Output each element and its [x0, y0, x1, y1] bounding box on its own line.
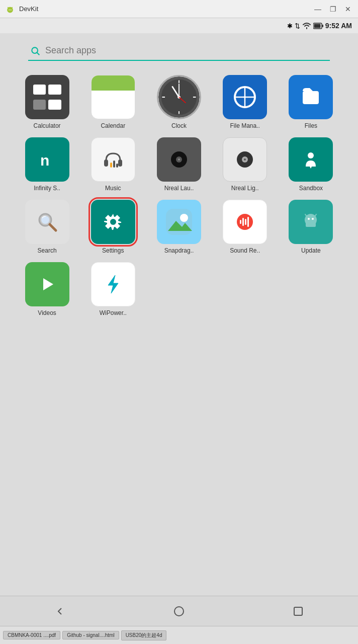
app-wipower[interactable]: WiPower.. — [82, 260, 144, 318]
nav-home-button[interactable] — [164, 601, 194, 621]
minimize-button[interactable]: — — [313, 5, 323, 13]
nav-recent-button[interactable] — [283, 601, 313, 621]
svg-point-4 — [9, 9, 10, 10]
svg-rect-49 — [242, 218, 244, 226]
app-infinity[interactable]: n Infinity S.. — [16, 135, 78, 194]
app-wipower-label: WiPower.. — [100, 309, 127, 316]
svg-line-57 — [315, 214, 316, 216]
svg-line-41 — [50, 224, 56, 230]
android-screen: Calculator Calendar — [0, 33, 358, 596]
app-update[interactable]: Update — [280, 198, 342, 256]
app-clock[interactable]: Clock — [148, 73, 210, 131]
nav-bar — [0, 596, 358, 626]
svg-point-5 — [11, 9, 12, 10]
taskbar-item-2[interactable]: USB20的主超4d — [121, 630, 167, 640]
app-files-label: Files — [305, 122, 317, 129]
app-sandbox-label: Sandbox — [299, 185, 323, 192]
search-bar-container[interactable] — [8, 33, 350, 61]
taskbar: CBMNKA-0001 ....pdf Github - signal....h… — [0, 626, 358, 644]
app-snapdragon-label: Snapdrag.. — [164, 247, 194, 254]
search-input[interactable] — [45, 45, 328, 56]
app-nreallauncher[interactable]: Nreal Lau.. — [148, 135, 210, 194]
app-music[interactable]: Music — [82, 135, 144, 194]
app-calendar-label: Calendar — [101, 122, 125, 129]
restore-button[interactable]: ❐ — [328, 5, 338, 13]
svg-point-55 — [312, 218, 314, 220]
app-music-label: Music — [105, 185, 121, 192]
status-icons: ✱ ⇅ 9:52 AM — [287, 22, 352, 30]
app-filemanager[interactable]: File Mana.. — [214, 73, 276, 131]
app-nreallauncher-label: Nreal Lau.. — [164, 185, 194, 192]
app-settings-label: Settings — [102, 247, 124, 254]
status-time: 9:52 AM — [325, 22, 352, 30]
svg-rect-48 — [240, 220, 241, 224]
app-files[interactable]: Files — [280, 73, 342, 131]
app-calendar[interactable]: Calendar — [82, 73, 144, 131]
svg-rect-53 — [306, 220, 316, 227]
signal-icon: ⇅ — [295, 22, 300, 30]
app-calculator[interactable]: Calculator — [16, 73, 78, 131]
taskbar-item-0[interactable]: CBMNKA-0001 ....pdf — [3, 631, 60, 639]
taskbar-item-1[interactable]: Github - signal....html — [62, 631, 119, 639]
search-bar[interactable] — [28, 41, 330, 61]
app-search-label: Search — [38, 247, 57, 254]
svg-point-34 — [178, 158, 180, 160]
svg-rect-30 — [113, 160, 115, 168]
svg-point-45 — [180, 214, 188, 222]
battery-icon — [313, 23, 323, 29]
search-icon — [30, 46, 40, 56]
title-bar: DevKit — ❐ ✕ — [0, 0, 358, 18]
svg-point-59 — [174, 607, 184, 616]
app-infinity-label: Infinity S.. — [34, 185, 60, 192]
app-videos[interactable]: Videos — [16, 260, 78, 318]
svg-line-10 — [37, 52, 40, 55]
app-settings[interactable]: Settings — [82, 198, 144, 256]
app-nreallight-label: Nreal Lig.. — [231, 185, 259, 192]
svg-rect-29 — [110, 163, 112, 168]
svg-rect-51 — [247, 217, 249, 227]
app-videos-label: Videos — [38, 309, 56, 316]
svg-line-56 — [305, 214, 307, 216]
window-controls: — ❐ ✕ — [313, 5, 353, 13]
app-sandbox[interactable]: Sandbox — [280, 135, 342, 194]
svg-point-37 — [244, 158, 246, 160]
svg-rect-50 — [245, 219, 246, 225]
svg-text:n: n — [40, 152, 49, 169]
app-android-icon — [5, 4, 15, 14]
app-snapdragon[interactable]: Snapdrag.. — [148, 198, 210, 256]
svg-point-38 — [308, 152, 314, 158]
svg-point-9 — [32, 47, 38, 53]
svg-rect-60 — [294, 607, 302, 615]
app-filemanager-label: File Mana.. — [230, 122, 260, 129]
app-soundrecorder[interactable]: Sound Re.. — [214, 198, 276, 256]
app-update-label: Update — [301, 247, 321, 254]
app-soundrecorder-label: Sound Re.. — [230, 247, 260, 254]
wifi-icon — [302, 22, 311, 29]
app-calculator-label: Calculator — [34, 122, 61, 129]
svg-rect-8 — [314, 24, 320, 28]
app-clock-label: Clock — [171, 122, 187, 129]
svg-rect-44 — [166, 209, 192, 235]
window-title: DevKit — [19, 5, 313, 13]
bluetooth-icon: ✱ — [287, 22, 293, 30]
app-search[interactable]: Search — [16, 198, 78, 256]
nav-back-button[interactable] — [45, 601, 75, 621]
svg-rect-7 — [322, 25, 323, 27]
app-grid: Calculator Calendar — [8, 61, 350, 331]
svg-rect-25 — [303, 91, 319, 104]
close-button[interactable]: ✕ — [343, 5, 353, 13]
svg-rect-1 — [9, 9, 12, 12]
svg-marker-58 — [43, 278, 53, 290]
svg-rect-27 — [104, 159, 108, 167]
app-nreallight[interactable]: Nreal Lig.. — [214, 135, 276, 194]
svg-rect-31 — [116, 164, 118, 168]
svg-point-43 — [110, 219, 116, 225]
status-bar: ✱ ⇅ 9:52 AM — [0, 18, 358, 33]
svg-rect-28 — [118, 159, 122, 167]
svg-point-54 — [308, 218, 310, 220]
